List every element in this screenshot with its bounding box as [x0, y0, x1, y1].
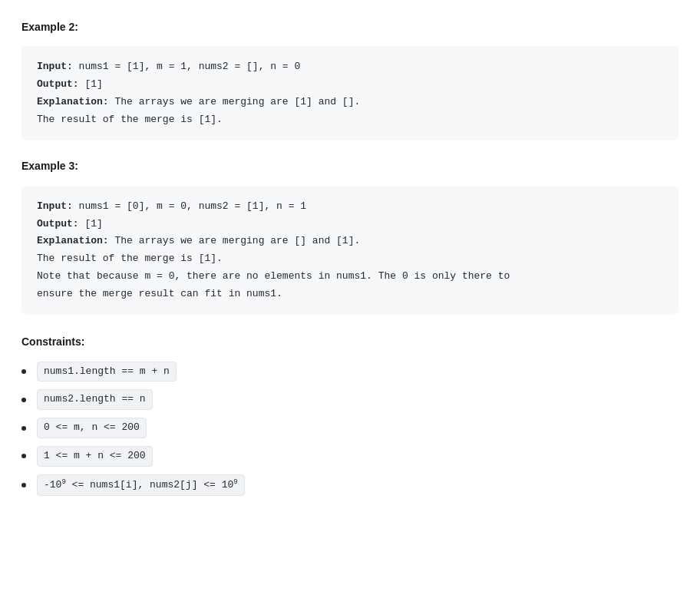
example2-output-line: Output: [1] [37, 76, 663, 94]
constraint-code-3: 0 <= m, n <= 200 [37, 418, 147, 438]
example3-note-line1: Note that because m = 0, there are no el… [37, 268, 663, 286]
example3-input-label: Input: [37, 200, 73, 212]
example3-title: Example 3: [21, 157, 679, 174]
example3-note-text: Note that because m = 0, there are no el… [37, 270, 510, 282]
bullet-icon-4 [21, 454, 26, 458]
example3-explanation-text: The arrays we are merging are [] and [1]… [109, 235, 361, 246]
constraints-section: Constraints: nums1.length == m + n nums2… [21, 333, 679, 496]
example2-input-value: nums1 = [1], m = 1, nums2 = [], n = 0 [73, 61, 300, 72]
example2-explanation-text: The arrays we are merging are [1] and []… [109, 96, 361, 107]
constraints-list: nums1.length == m + n nums2.length == n … [21, 362, 679, 496]
example3-explanation-line: Explanation: The arrays we are merging a… [37, 233, 663, 250]
constraints-title: Constraints: [21, 333, 679, 350]
example3-output-value: [1] [79, 218, 103, 230]
constraint-item-5: -109 <= nums1[i], nums2[j] <= 109 [21, 474, 679, 496]
bullet-icon-1 [21, 369, 26, 374]
example2-result-text: The result of the merge is [1]. [37, 114, 223, 125]
example3-input-line: Input: nums1 = [0], m = 0, nums2 = [1], … [37, 198, 663, 216]
example3-result-text: The result of the merge is [1]. [37, 253, 223, 264]
example3-section: Example 3: Input: nums1 = [0], m = 0, nu… [21, 157, 679, 315]
example2-explanation-label: Explanation: [37, 96, 109, 107]
example2-explanation-line: Explanation: The arrays we are merging a… [37, 94, 663, 111]
example2-block: Input: nums1 = [1], m = 1, nums2 = [], n… [21, 46, 679, 140]
constraint-item-1: nums1.length == m + n [21, 362, 679, 382]
example2-result-line: The result of the merge is [1]. [37, 111, 663, 129]
example3-block: Input: nums1 = [0], m = 0, nums2 = [1], … [21, 186, 679, 316]
constraint-middle: <= nums1[i], nums2[j] <= 10 [66, 479, 233, 491]
constraint-prefix: -10 [44, 479, 61, 491]
bullet-icon-5 [21, 483, 26, 487]
example2-title: Example 2: [21, 18, 679, 35]
example2-output-value: [1] [79, 78, 103, 90]
example3-note-text2: ensure the merge result can fit in nums1… [37, 288, 282, 299]
example3-output-label: Output: [37, 218, 79, 230]
constraint-exp-right: 9 [233, 478, 237, 486]
constraint-code-4: 1 <= m + n <= 200 [37, 446, 153, 467]
example3-explanation-label: Explanation: [37, 235, 109, 246]
bullet-icon-2 [21, 398, 26, 402]
constraint-code-2: nums2.length == n [37, 389, 153, 410]
example3-output-line: Output: [1] [37, 216, 663, 233]
constraint-code-1: nums1.length == m + n [37, 362, 177, 382]
example2-output-label: Output: [37, 78, 79, 90]
example3-result-line: The result of the merge is [1]. [37, 250, 663, 268]
example3-note-line2: ensure the merge result can fit in nums1… [37, 286, 663, 303]
constraint-item-3: 0 <= m, n <= 200 [21, 418, 679, 438]
example2-input-line: Input: nums1 = [1], m = 1, nums2 = [], n… [37, 58, 663, 76]
constraint-item-4: 1 <= m + n <= 200 [21, 446, 679, 467]
constraint-code-5: -109 <= nums1[i], nums2[j] <= 109 [37, 474, 245, 496]
example2-section: Example 2: Input: nums1 = [1], m = 1, nu… [21, 18, 679, 140]
constraint-item-2: nums2.length == n [21, 389, 679, 410]
example2-input-label: Input: [37, 61, 73, 72]
example3-input-value: nums1 = [0], m = 0, nums2 = [1], n = 1 [73, 200, 306, 212]
bullet-icon-3 [21, 426, 26, 431]
